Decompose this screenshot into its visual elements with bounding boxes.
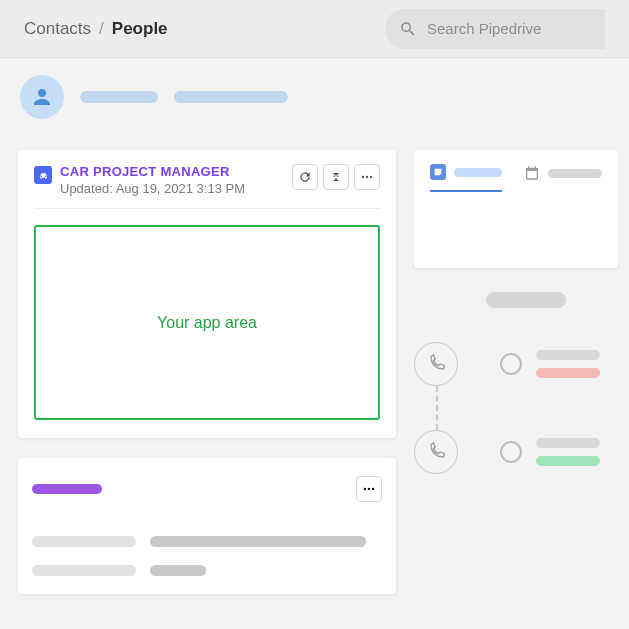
app-panel: CAR PROJECT MANAGER Updated: Aug 19, 202… [18,150,396,438]
app-panel-subtitle: Updated: Aug 19, 2021 3:13 PM [60,181,245,196]
timeline-text-placeholder [536,350,600,360]
search-input[interactable] [427,20,577,37]
phone-icon [426,442,446,462]
right-top-panel [414,150,618,268]
field-value-placeholder [150,536,366,547]
field-label-placeholder [32,565,136,576]
secondary-more-button[interactable] [356,476,382,502]
svg-point-1 [366,176,368,178]
svg-point-5 [372,488,374,490]
app-panel-title: CAR PROJECT MANAGER [60,164,245,179]
timeline-call-icon[interactable] [414,430,458,474]
phone-icon [426,354,446,374]
tab-activity[interactable] [524,164,602,192]
secondary-panel [18,458,396,594]
breadcrumb-current[interactable]: People [112,19,168,39]
collapse-button[interactable] [323,164,349,190]
contact-avatar[interactable] [20,75,64,119]
contact-detail-placeholder [174,91,288,103]
timeline-status-radio[interactable] [500,353,522,375]
left-column: CAR PROJECT MANAGER Updated: Aug 19, 202… [18,150,396,594]
secondary-title-placeholder [32,484,102,494]
section-pill-placeholder [486,292,566,308]
timeline-status-radio[interactable] [500,441,522,463]
tab-label-placeholder [454,168,502,177]
svg-point-0 [362,176,364,178]
timeline-row [414,430,618,474]
app-icon [34,166,52,184]
tab-notes[interactable] [430,164,502,192]
top-bar: Contacts / People [0,0,629,58]
refresh-icon [298,170,312,184]
svg-point-4 [368,488,370,490]
panel-header: CAR PROJECT MANAGER Updated: Aug 19, 202… [34,164,380,196]
person-icon [30,85,54,109]
timeline-call-icon[interactable] [414,342,458,386]
content-area: CAR PROJECT MANAGER Updated: Aug 19, 202… [0,136,629,614]
activity-timeline [414,342,618,518]
refresh-button[interactable] [292,164,318,190]
timeline-done-placeholder [536,456,600,466]
timeline-connector [436,386,438,430]
app-area[interactable]: Your app area [34,225,380,420]
timeline-overdue-placeholder [536,368,600,378]
contact-name-placeholder [80,91,158,103]
profile-bar [0,58,629,136]
timeline-text-placeholder [536,438,600,448]
search-box[interactable] [385,9,605,49]
field-label-placeholder [32,536,136,547]
note-icon [430,164,446,180]
more-horizontal-icon [360,170,374,184]
breadcrumb-separator: / [99,19,104,39]
tab-row [430,164,602,192]
field-value-placeholder [150,565,206,576]
more-horizontal-icon [362,482,376,496]
svg-point-3 [364,488,366,490]
car-icon [38,170,49,181]
collapse-icon [329,170,343,184]
calendar-icon [524,165,540,181]
more-button[interactable] [354,164,380,190]
app-area-label: Your app area [157,314,257,332]
search-icon [399,20,417,38]
panel-divider [34,208,380,209]
breadcrumb-root[interactable]: Contacts [24,19,91,39]
right-column [414,150,618,594]
timeline-row [414,342,618,386]
svg-point-2 [370,176,372,178]
tab-label-placeholder [548,169,602,178]
